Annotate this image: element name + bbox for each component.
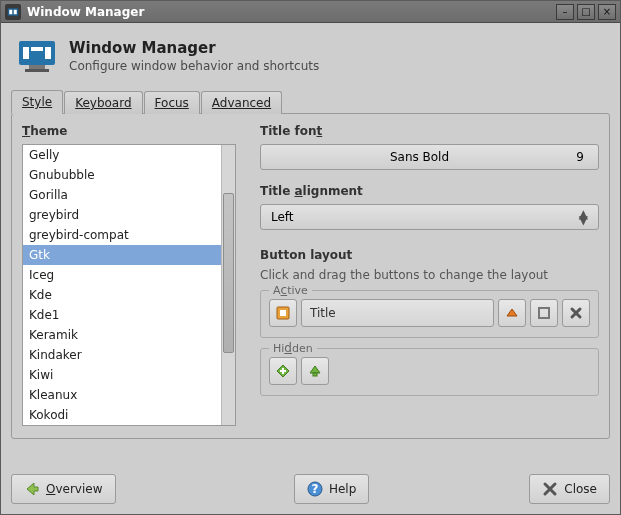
close-button[interactable]: Close	[529, 474, 610, 504]
help-icon: ?	[307, 481, 323, 497]
theme-label: Theme	[22, 124, 236, 138]
maximize-button[interactable]: □	[577, 4, 595, 20]
theme-scrollbar[interactable]	[221, 145, 235, 425]
style-panel: Theme GellyGnububbleGorillagreybirdgreyb…	[11, 113, 610, 439]
title-font-button[interactable]: Sans Bold 9	[260, 144, 599, 170]
button-layout-label: Button layout	[260, 248, 599, 262]
titlebar[interactable]: Window Manager – □ ×	[1, 1, 620, 23]
svg-rect-5	[31, 47, 43, 51]
button-layout-hint: Click and drag the buttons to change the…	[260, 268, 599, 282]
stick-button-icon[interactable]	[269, 357, 297, 385]
font-size: 9	[564, 150, 584, 164]
tab-advanced[interactable]: Advanced	[201, 91, 282, 114]
close-icon	[542, 481, 558, 497]
svg-rect-6	[45, 47, 51, 59]
tab-style[interactable]: Style	[11, 90, 63, 114]
theme-item[interactable]: Gtk	[23, 245, 221, 265]
page-subtitle: Configure window behavior and shortcuts	[69, 59, 319, 73]
page-title: Window Manager	[69, 39, 319, 57]
theme-scroll-thumb[interactable]	[223, 193, 234, 353]
theme-item[interactable]: Kde	[23, 285, 221, 305]
theme-item[interactable]: greybird	[23, 205, 221, 225]
svg-text:?: ?	[311, 482, 318, 496]
svg-rect-12	[313, 373, 317, 376]
theme-item[interactable]: Kleanux	[23, 385, 221, 405]
maximize-layout-button-icon[interactable]	[530, 299, 558, 327]
svg-rect-7	[29, 65, 45, 69]
theme-item[interactable]: Kindaker	[23, 345, 221, 365]
page-header: Window Manager Configure window behavior…	[11, 31, 610, 89]
close-window-button[interactable]: ×	[598, 4, 616, 20]
window-title: Window Manager	[27, 5, 553, 19]
minimize-button[interactable]: –	[556, 4, 574, 20]
active-legend: Active	[269, 283, 312, 297]
theme-item[interactable]: Gorilla	[23, 185, 221, 205]
overview-button[interactable]: Overview	[11, 474, 116, 504]
combo-spinner-icon: ▲▼	[579, 211, 588, 223]
theme-item[interactable]: Gelly	[23, 145, 221, 165]
svg-rect-11	[539, 308, 549, 318]
back-arrow-icon	[24, 481, 40, 497]
theme-item[interactable]: greybird-compat	[23, 225, 221, 245]
font-name: Sans Bold	[275, 150, 564, 164]
theme-item[interactable]: Iceg	[23, 265, 221, 285]
alignment-combo[interactable]: Left ▲▼	[260, 204, 599, 230]
svg-rect-4	[23, 47, 29, 59]
alignment-value: Left	[271, 210, 579, 224]
titlebar-title-field[interactable]: Title	[301, 299, 494, 327]
footer: Overview ? Help Close	[11, 474, 610, 504]
svg-rect-8	[25, 69, 49, 72]
tab-focus[interactable]: Focus	[144, 91, 200, 114]
active-fieldset: Active Title	[260, 290, 599, 338]
svg-rect-2	[14, 9, 17, 14]
theme-item[interactable]: Kokodi	[23, 405, 221, 425]
title-font-label: Title font	[260, 124, 599, 138]
help-button[interactable]: ? Help	[294, 474, 369, 504]
theme-item[interactable]: Kde1	[23, 305, 221, 325]
svg-rect-10	[280, 310, 286, 316]
svg-rect-1	[9, 9, 12, 14]
app-icon	[5, 4, 21, 20]
theme-item[interactable]: Gnububble	[23, 165, 221, 185]
theme-listbox[interactable]: GellyGnububbleGorillagreybirdgreybird-co…	[22, 144, 236, 426]
window: Window Manager – □ × Window Manager Conf…	[0, 0, 621, 515]
shade-up-button-icon[interactable]	[301, 357, 329, 385]
header-logo	[15, 37, 59, 75]
title-alignment-label: Title alignment	[260, 184, 599, 198]
theme-item[interactable]: Kiwi	[23, 365, 221, 385]
tab-bar: Style Keyboard Focus Advanced	[11, 89, 610, 113]
hidden-legend: Hidden	[269, 341, 317, 355]
close-layout-button-icon[interactable]	[562, 299, 590, 327]
shade-button-icon[interactable]	[498, 299, 526, 327]
menu-button-icon[interactable]	[269, 299, 297, 327]
theme-item[interactable]: Keramik	[23, 325, 221, 345]
hidden-fieldset: Hidden	[260, 348, 599, 396]
tab-keyboard[interactable]: Keyboard	[64, 91, 142, 114]
